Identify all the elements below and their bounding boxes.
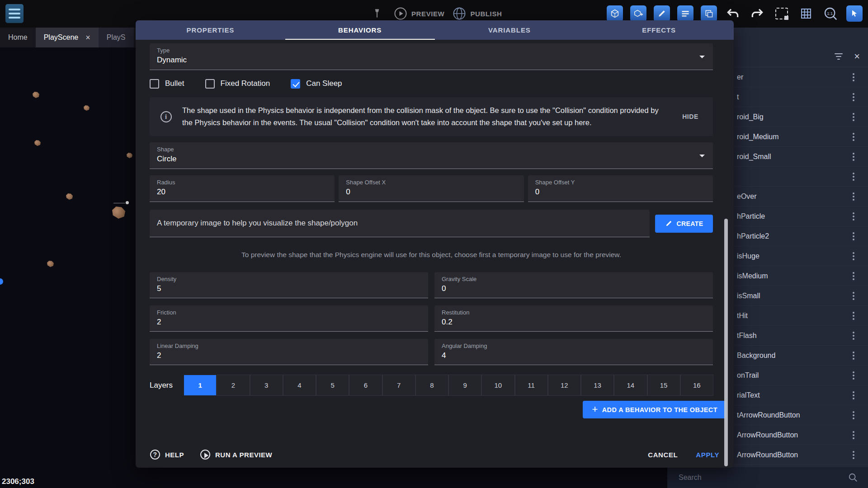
grid-icon[interactable] — [797, 5, 815, 22]
item-menu-icon[interactable] — [851, 449, 856, 461]
item-menu-icon[interactable] — [851, 71, 856, 83]
item-menu-icon[interactable] — [851, 310, 856, 322]
bullet-checkbox[interactable]: Bullet — [150, 79, 184, 89]
checkbox-box — [291, 79, 300, 89]
selection-handle[interactable] — [126, 201, 129, 204]
tab-behaviors[interactable]: BEHAVIORS — [285, 20, 435, 40]
asteroid-sprite[interactable] — [66, 193, 73, 200]
add-object-icon[interactable] — [630, 5, 646, 22]
item-menu-icon[interactable] — [851, 290, 856, 302]
layer-button[interactable]: 12 — [548, 375, 580, 395]
layer-button[interactable]: 10 — [482, 375, 514, 395]
tab-effects[interactable]: EFFECTS — [584, 20, 734, 40]
object-name: ArrowRoundButton — [737, 431, 851, 439]
publish-button[interactable]: PUBLISH — [453, 7, 502, 20]
layer-button[interactable]: 9 — [449, 375, 481, 395]
radius-field[interactable]: Radius 20 — [150, 175, 335, 202]
layer-button[interactable]: 8 — [416, 375, 448, 395]
item-menu-icon[interactable] — [851, 111, 856, 123]
scene-cube-icon[interactable] — [607, 5, 623, 22]
fixed-rotation-checkbox[interactable]: Fixed Rotation — [205, 79, 270, 89]
project-manager-icon[interactable] — [5, 4, 24, 23]
layer-button[interactable]: 14 — [614, 375, 646, 395]
apply-button[interactable]: APPLY — [696, 451, 719, 459]
zoom-one-to-one-icon[interactable]: 1:1 — [822, 5, 839, 22]
layer-button[interactable]: 11 — [515, 375, 547, 395]
layer-button[interactable]: 1 — [184, 375, 216, 395]
object-marker[interactable] — [0, 278, 3, 285]
asteroid-sprite[interactable] — [127, 153, 132, 158]
shape-offset-x-value: 0 — [346, 188, 516, 197]
density-field[interactable]: Density 5 — [150, 272, 428, 298]
asteroid-sprite[interactable] — [112, 206, 125, 219]
pointer-tool-icon[interactable] — [846, 5, 863, 22]
capture-region-icon[interactable] — [773, 5, 790, 22]
hide-banner-button[interactable]: HIDE — [677, 109, 704, 124]
tab-home[interactable]: Home — [0, 28, 36, 47]
layers-panel-icon[interactable] — [701, 5, 717, 22]
close-panel-icon[interactable]: × — [854, 52, 860, 61]
item-menu-icon[interactable] — [851, 389, 856, 401]
item-menu-icon[interactable] — [851, 429, 856, 441]
shape-offset-y-field[interactable]: Shape Offset Y 0 — [528, 175, 713, 202]
friction-field[interactable]: Friction 2 — [150, 305, 428, 332]
item-menu-icon[interactable] — [851, 330, 856, 342]
item-menu-icon[interactable] — [851, 350, 856, 361]
tab-properties[interactable]: PROPERTIES — [136, 20, 285, 40]
layer-button[interactable]: 5 — [316, 375, 349, 395]
item-menu-icon[interactable] — [851, 191, 856, 202]
temporary-image-text: A temporary image to help you visualize … — [157, 219, 358, 228]
undo-icon[interactable] — [724, 5, 741, 22]
item-menu-icon[interactable] — [851, 250, 856, 262]
asteroid-sprite[interactable] — [84, 105, 90, 111]
tab-variables[interactable]: VARIABLES — [435, 20, 585, 40]
layer-button[interactable]: 15 — [648, 375, 680, 395]
layer-button[interactable]: 13 — [581, 375, 613, 395]
add-behavior-button[interactable]: + ADD A BEHAVIOR TO THE OBJECT — [583, 401, 726, 418]
layer-button[interactable]: 7 — [383, 375, 415, 395]
layer-button[interactable]: 16 — [681, 375, 713, 395]
temporary-image-field[interactable]: A temporary image to help you visualize … — [150, 210, 650, 237]
events-sheet-icon[interactable] — [677, 5, 693, 22]
tab-playscene-events[interactable]: PlayS — [99, 28, 134, 47]
layer-button[interactable]: 4 — [283, 375, 316, 395]
item-menu-icon[interactable] — [851, 171, 856, 183]
search-input[interactable] — [679, 474, 848, 482]
layer-button[interactable]: 6 — [349, 375, 382, 395]
item-menu-icon[interactable] — [851, 230, 856, 242]
angular-damping-field[interactable]: Angular Damping 4 — [434, 339, 713, 365]
item-menu-icon[interactable] — [851, 270, 856, 282]
asteroid-sprite[interactable] — [47, 261, 54, 267]
item-menu-icon[interactable] — [851, 131, 856, 143]
item-menu-icon[interactable] — [851, 151, 856, 163]
create-image-button[interactable]: CREATE — [655, 215, 713, 233]
can-sleep-checkbox[interactable]: Can Sleep — [291, 79, 342, 89]
redo-icon[interactable] — [749, 5, 766, 22]
debugger-icon[interactable] — [368, 5, 386, 22]
asteroid-sprite[interactable] — [34, 140, 41, 146]
dialog-scrollbar[interactable] — [724, 219, 728, 466]
item-menu-icon[interactable] — [851, 409, 856, 421]
close-tab-icon[interactable]: × — [85, 33, 90, 42]
tab-playscene[interactable]: PlayScene × — [36, 28, 99, 47]
preview-button[interactable]: PREVIEW — [394, 7, 444, 20]
radius-label: Radius — [157, 179, 327, 186]
help-button[interactable]: ? HELP — [150, 450, 184, 460]
item-menu-icon[interactable] — [851, 91, 856, 103]
item-menu-icon[interactable] — [851, 370, 856, 381]
filter-icon[interactable] — [833, 51, 844, 62]
type-select[interactable]: Type Dynamic — [150, 43, 713, 70]
type-label: Type — [157, 47, 706, 54]
shape-select[interactable]: Shape Circle — [150, 142, 713, 169]
restitution-field[interactable]: Restitution 0.2 — [434, 305, 713, 332]
run-preview-button[interactable]: RUN A PREVIEW — [200, 450, 272, 460]
layer-button[interactable]: 3 — [250, 375, 283, 395]
item-menu-icon[interactable] — [851, 211, 856, 222]
cancel-button[interactable]: CANCEL — [648, 451, 678, 459]
linear-damping-field[interactable]: Linear Damping 2 — [150, 339, 428, 365]
asteroid-sprite[interactable] — [33, 92, 39, 98]
layer-button[interactable]: 2 — [217, 375, 249, 395]
edit-scene-icon[interactable] — [654, 5, 670, 22]
gravity-scale-field[interactable]: Gravity Scale 0 — [434, 272, 713, 298]
shape-offset-x-field[interactable]: Shape Offset X 0 — [339, 175, 524, 202]
